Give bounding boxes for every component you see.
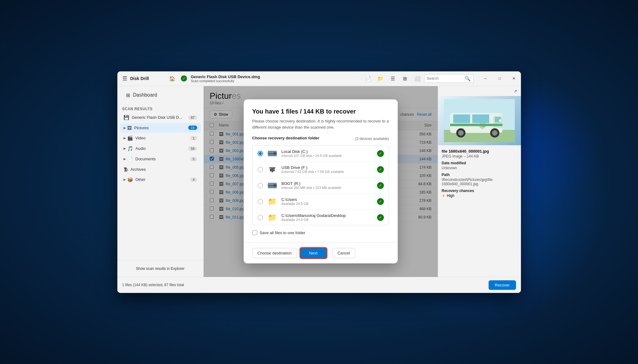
sidebar-item-video[interactable]: ▶ 🎬 Video 1 (120, 133, 201, 143)
path-label: Path (442, 173, 517, 177)
device-list-item-c[interactable]: Local Disk (C:) Internal 107 GB disk • 2… (253, 146, 389, 162)
other-count: 4 (190, 178, 197, 182)
device-ok-icon-cusers: ✓ (377, 198, 384, 205)
next-button[interactable]: Next (300, 248, 327, 258)
preview-header: ↗ (438, 86, 521, 96)
folder-icon[interactable]: 📁 (375, 74, 386, 83)
dashboard-label: Dashboard (133, 92, 157, 98)
star-icon: ★ (442, 194, 445, 198)
device-info-c: Local Disk (C:) Internal 107 GB disk • 2… (282, 149, 373, 158)
device-list: Local Disk (C:) Internal 107 GB disk • 2… (252, 145, 389, 225)
device-status: Scan completed successfully (191, 79, 260, 83)
sidebar-item-documents[interactable]: ▶ 📄 Documents 5 (120, 154, 201, 164)
svg-rect-16 (268, 187, 277, 188)
close-button[interactable]: ✕ (507, 71, 521, 86)
modal-subtitle: Please choose recovery destination. It i… (252, 118, 389, 130)
hamburger-icon[interactable]: ☰ (122, 75, 127, 82)
hdd-icon: 💾 (124, 115, 129, 120)
device-name-cusers: C:\Users (282, 197, 373, 202)
svg-rect-8 (272, 171, 273, 172)
devices-count: (3 devices available) (355, 137, 389, 141)
device-name-c: Local Disk (C:) (282, 149, 373, 154)
vw-bus-preview: VW (444, 99, 515, 142)
device-detail-f: External 7.61 GB disk • 7.58 GB availabl… (282, 170, 373, 174)
selection-info: 1 files (144 KB) selected, 87 files tota… (122, 283, 489, 287)
device-radio-cusers[interactable] (258, 199, 263, 204)
expand-arrow-video: ▶ (124, 136, 126, 140)
audio-label: Audio (136, 146, 189, 151)
folder-icon-cusers: 📁 (267, 198, 277, 205)
svg-point-30 (492, 130, 498, 136)
other-label: Other (136, 177, 190, 182)
device-detail-c: Internal 107 GB disk • 24.9 GB available (282, 154, 373, 158)
file-info: file 1680x840_000001.jpg JPEG Image – 14… (438, 145, 521, 202)
device-radio-desktop[interactable] (258, 215, 263, 220)
choose-destination-button[interactable]: Choose destination (252, 248, 297, 258)
sidebar-item-other[interactable]: ▶ 📦 Other 4 (120, 175, 201, 185)
status-check-badge: ✓ (181, 75, 187, 82)
grid-icon[interactable]: ⊞ (400, 74, 411, 83)
device-info-desktop: C:\Users\Manuviraj Godara\Desktop Availa… (282, 213, 373, 222)
usb-icon-f (267, 166, 277, 173)
recovery-level: High (447, 194, 455, 198)
device-radio-f[interactable] (258, 167, 263, 172)
folder-yellow-desktop-icon: 📁 (268, 213, 277, 222)
svg-rect-23 (472, 114, 489, 123)
device-ok-icon-f: ✓ (377, 166, 384, 173)
maximize-button[interactable]: □ (493, 71, 507, 86)
svg-rect-5 (268, 155, 277, 156)
home-nav-btn[interactable]: 🏠 (167, 74, 177, 83)
device-name-f: USB Drive (F:) (282, 165, 373, 170)
device-ok-icon-c: ✓ (377, 150, 384, 157)
window-controls: ─ □ ✕ (478, 71, 521, 86)
external-link-icon[interactable]: ↗ (514, 89, 517, 94)
docs-count: 5 (190, 157, 197, 161)
recover-button[interactable]: Recover (489, 280, 516, 290)
cancel-button[interactable]: Cancel (332, 248, 355, 258)
sidebar-bottom: Show scan results in Explorer (117, 260, 203, 277)
pictures-label: Pictures (134, 126, 189, 130)
sidebar-item-device[interactable]: 💾 Generic Flash Disk USB D... 87 (120, 113, 201, 122)
svg-point-3 (274, 153, 275, 154)
title-bar: ☰ Disk Drill 🏠 ✓ Generic Flash Disk USB … (117, 71, 521, 86)
device-radio-r[interactable] (258, 183, 263, 188)
hdd-icon-r (267, 182, 277, 189)
device-radio-c[interactable] (258, 151, 263, 156)
dashboard-nav-item[interactable]: ⊞ Dashboard (122, 90, 198, 101)
svg-point-14 (274, 185, 275, 186)
svg-rect-22 (453, 114, 470, 123)
device-list-item-r[interactable]: BOOT (R:) Internal 260 MB disk • 223 MB … (253, 178, 389, 194)
device-list-item-cusers[interactable]: 📁 C:\Users Available 24.9 GB ✓ (253, 194, 389, 210)
right-panel: ↗ (438, 86, 521, 277)
folder-icon-desktop: 📁 (267, 214, 277, 221)
hdd-icon-c (267, 150, 277, 157)
content-area: Pictures 19 files / ⚙ Show chances Reset… (204, 86, 438, 277)
device-name-r: BOOT (R:) (282, 181, 373, 186)
date-value: Unknown (442, 166, 517, 170)
sidebar-item-pictures[interactable]: ▶ 🖼 Pictures 19 (120, 123, 201, 133)
app-title: Disk Drill (130, 76, 149, 81)
sidebar-item-audio[interactable]: ▶ 🎵 Audio 58 (120, 144, 201, 154)
main-layout: ⊞ Dashboard Scan results 💾 Generic Flash… (117, 86, 521, 277)
docs-icon: 📄 (127, 156, 133, 162)
device-list-item-desktop[interactable]: 📁 C:\Users\Manuviraj Godara\Desktop Avai… (253, 210, 389, 225)
show-scan-results-button[interactable]: Show scan results in Explorer (121, 264, 200, 273)
device-info-f: USB Drive (F:) External 7.61 GB disk • 7… (282, 165, 373, 174)
grid-icon: ⊞ (126, 92, 130, 98)
archives-icon: 🗜 (124, 167, 128, 172)
title-bar-center: 🏠 ✓ Generic Flash Disk USB Device.dmg Sc… (167, 74, 362, 83)
expand-arrow-pictures: ▶ (124, 126, 126, 130)
device-list-item-f[interactable]: USB Drive (F:) External 7.61 GB disk • 7… (253, 162, 389, 178)
svg-rect-31 (450, 124, 502, 126)
search-input[interactable] (427, 76, 465, 81)
bottom-bar: 1 files (144 KB) selected, 87 files tota… (117, 277, 521, 293)
minimize-button[interactable]: ─ (478, 71, 493, 86)
app-window: ☰ Disk Drill 🏠 ✓ Generic Flash Disk USB … (117, 71, 521, 293)
split-icon[interactable]: ⬜ (412, 74, 423, 83)
expand-arrow-other: ▶ (124, 178, 126, 181)
file-icon[interactable]: 📄 (363, 74, 374, 83)
video-icon: 🎬 (127, 135, 133, 141)
sidebar-item-archives[interactable]: 🗜 Archives (120, 165, 201, 174)
list-icon[interactable]: ☰ (387, 74, 398, 83)
save-folder-checkbox[interactable] (252, 230, 257, 235)
